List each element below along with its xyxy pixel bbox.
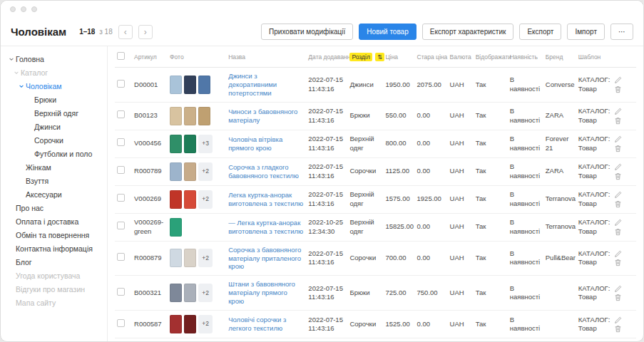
product-link[interactable]: — Легка куртка-анорак виготовлена з текс… [228, 219, 304, 236]
row-checkbox[interactable] [117, 319, 125, 327]
actions-column-header [612, 46, 636, 68]
sidebar-item[interactable]: Футболки и поло [1, 147, 107, 160]
header-button-4[interactable]: Імпорт [567, 24, 605, 40]
window-close-button[interactable] [10, 6, 16, 12]
cell-old-price: 0.00 [417, 111, 431, 119]
product-link[interactable]: Штани з бавовняного матеріалу прямого кр… [228, 280, 304, 306]
table-container: Артикул Фото Назва Дата додавання Розділ… [108, 46, 643, 341]
product-link[interactable]: Сорочка з бавовняного матеріалу притален… [228, 246, 304, 271]
product-link[interactable]: Чоловічі сорочки з легкого текстилю [228, 316, 304, 333]
window-minimize-button[interactable] [21, 6, 26, 12]
edit-icon[interactable] [614, 316, 622, 324]
delete-icon[interactable] [614, 172, 622, 180]
section-cell: Брюки [347, 276, 383, 311]
product-photo [198, 76, 210, 94]
sidebar-item[interactable]: Жінкам [1, 160, 107, 174]
sidebar-item[interactable]: Джинси [1, 120, 107, 133]
column-header-5[interactable]: Ціна [383, 46, 414, 68]
column-header-8[interactable]: Відображати [474, 46, 508, 68]
column-header-11[interactable]: Шаблон [576, 46, 612, 68]
product-link[interactable]: Джинси з декоративними потертостями [228, 72, 304, 98]
edit-icon[interactable] [614, 250, 622, 258]
sidebar-item-label: Жінкам [26, 163, 51, 172]
header-button-2[interactable]: Експорт характеристик [422, 24, 514, 40]
sidebar-item[interactable]: Оплата і доставка [1, 214, 107, 228]
sidebar-item[interactable]: Обмін та повернення [1, 228, 107, 242]
column-header-2[interactable]: Назва [226, 46, 306, 68]
sidebar-nav: Головна Каталог Чоловікам Брюки Верхній … [1, 46, 108, 341]
delete-icon[interactable] [614, 200, 622, 208]
display-cell: Так [474, 310, 508, 338]
availability-cell: В наявності [508, 102, 543, 130]
pagination-next-button[interactable]: › [138, 25, 153, 39]
sidebar-item[interactable]: Мапа сайту [1, 296, 107, 309]
sidebar-item[interactable]: Про нас [1, 201, 107, 214]
delete-icon[interactable] [614, 294, 622, 301]
sidebar-item[interactable]: Верхній одяг [1, 106, 107, 120]
column-header-3[interactable]: Дата додавання [306, 46, 347, 68]
header-button-0[interactable]: Приховати модифікації [261, 24, 353, 40]
chevron-down-icon[interactable] [16, 83, 26, 89]
sidebar-item[interactable]: Чоловікам [1, 79, 107, 93]
pagination-prev-button[interactable]: ‹ [118, 25, 133, 39]
header-button-3[interactable]: Експорт [519, 24, 561, 40]
delete-icon[interactable] [614, 259, 622, 266]
product-link[interactable]: Чоловіча вітрівка прямого крою [228, 135, 304, 152]
product-photo [170, 284, 182, 302]
chevron-down-icon[interactable] [6, 56, 16, 62]
column-header-6[interactable]: Стара ціна [415, 46, 448, 68]
sidebar-item[interactable]: Контактна інформація [1, 242, 107, 255]
sidebar-item[interactable]: Угода користувача [1, 269, 107, 282]
sort-icon[interactable]: ⇅ [375, 53, 384, 61]
column-header-9[interactable]: Наявність [508, 46, 543, 68]
edit-icon[interactable] [614, 135, 622, 143]
sidebar-item[interactable]: Взуття [1, 174, 107, 187]
sidebar-item[interactable]: Головна [1, 52, 107, 66]
row-checkbox[interactable] [117, 110, 125, 118]
cell-price: 1525.00 [385, 320, 409, 328]
product-link[interactable]: Чиноси з бавовняного матеріалу [228, 108, 304, 125]
row-checkbox[interactable] [117, 222, 125, 229]
product-photo [170, 249, 182, 267]
delete-icon[interactable] [614, 325, 622, 333]
chevron-down-icon[interactable] [11, 70, 21, 76]
delete-icon[interactable] [614, 117, 622, 125]
edit-icon[interactable] [614, 285, 622, 293]
header-actions: Приховати модифікаціїНовий товарЕкспорт … [261, 24, 633, 40]
edit-icon[interactable] [614, 76, 622, 84]
select-all-checkbox[interactable] [117, 52, 125, 60]
row-checkbox[interactable] [117, 194, 125, 202]
edit-icon[interactable] [614, 191, 622, 199]
column-header-7[interactable]: Валюта [448, 46, 474, 68]
template-cell: КАТАЛОГ: Товар [576, 68, 612, 103]
sidebar-item[interactable]: Сорочки [1, 133, 107, 147]
row-checkbox[interactable] [117, 80, 125, 88]
header-button-5[interactable]: ⋯ [610, 24, 633, 40]
column-header-0[interactable]: Артикул [132, 46, 168, 68]
delete-icon[interactable] [614, 228, 622, 236]
sidebar-item[interactable]: Каталог [1, 66, 107, 79]
column-header-1[interactable]: Фото [168, 46, 226, 68]
row-checkbox[interactable] [117, 288, 125, 296]
header-button-1[interactable]: Новий товар [359, 24, 416, 40]
sidebar-item-label: Мапа сайту [16, 299, 56, 307]
window-maximize-button[interactable] [31, 6, 37, 12]
cell-sku: B00123 [134, 111, 165, 120]
column-header-10[interactable]: Бренд [543, 46, 576, 68]
product-link[interactable]: Сорочка з гладкого бавовняного текстилю [228, 163, 304, 180]
product-link[interactable]: Легка куртка-анорак виготовлена з тексти… [228, 191, 304, 208]
edit-icon[interactable] [614, 219, 622, 227]
sidebar-item[interactable]: Відгуки про магазин [1, 282, 107, 296]
delete-icon[interactable] [614, 145, 622, 152]
delete-icon[interactable] [614, 86, 622, 93]
edit-icon[interactable] [614, 108, 622, 115]
row-checkbox[interactable] [117, 166, 125, 174]
edit-icon[interactable] [614, 163, 622, 171]
sidebar-item[interactable]: Блог [1, 255, 107, 269]
row-checkbox[interactable] [117, 253, 125, 261]
row-checkbox[interactable] [117, 138, 125, 146]
column-header-4[interactable]: Розділ ⇅ [347, 46, 383, 68]
sidebar-item[interactable]: Брюки [1, 93, 107, 106]
cell-sku: V000456 [134, 139, 165, 147]
sidebar-item[interactable]: Аксесуари [1, 187, 107, 201]
